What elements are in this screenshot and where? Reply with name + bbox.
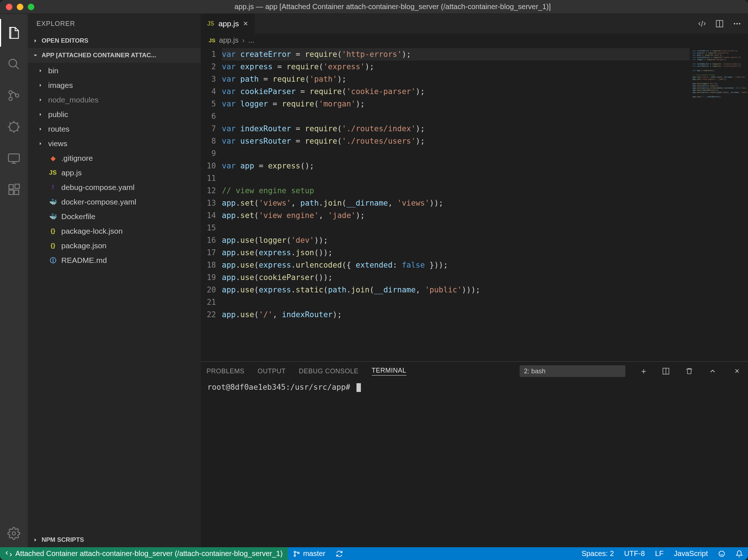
explorer-activity[interactable] bbox=[0, 19, 28, 47]
chevron-right-icon bbox=[32, 38, 39, 44]
file-label: README.md bbox=[61, 256, 107, 265]
folder-label: views bbox=[48, 139, 68, 148]
debug-console-tab[interactable]: DEBUG CONSOLE bbox=[299, 368, 359, 375]
terminal-prompt: root@8df0ae1eb345:/usr/src/app# bbox=[207, 383, 350, 392]
kill-terminal-icon[interactable] bbox=[685, 367, 695, 375]
encoding-status[interactable]: UTF-8 bbox=[619, 547, 650, 560]
minimize-window-button[interactable] bbox=[17, 4, 23, 10]
file-package-json[interactable]: {}package.json bbox=[28, 238, 201, 253]
svg-rect-9 bbox=[15, 184, 19, 188]
npm-scripts-label: NPM SCRIPTS bbox=[42, 536, 84, 544]
compare-changes-icon[interactable] bbox=[698, 19, 706, 28]
source-control-activity[interactable] bbox=[0, 82, 28, 109]
svg-rect-5 bbox=[8, 154, 19, 162]
file--gitignore[interactable]: ◆.gitignore bbox=[28, 151, 201, 166]
bottom-panel: PROBLEMS OUTPUT DEBUG CONSOLE TERMINAL 2… bbox=[201, 361, 748, 547]
folder-node_modules[interactable]: node_modules bbox=[28, 93, 201, 107]
file-label: package-lock.json bbox=[61, 227, 123, 236]
sidebar-title: EXPLORER bbox=[28, 14, 201, 34]
line-gutter: 12345678910111213141516171819202122 bbox=[201, 47, 222, 361]
svg-rect-6 bbox=[9, 185, 14, 189]
file-label: debug-compose.yaml bbox=[61, 183, 135, 192]
project-section[interactable]: APP [ATTACHED CONTAINER ATTAC... bbox=[28, 48, 201, 63]
folder-images[interactable]: images bbox=[28, 78, 201, 93]
svg-point-2 bbox=[9, 97, 12, 101]
maximize-window-button[interactable] bbox=[28, 4, 34, 10]
problems-tab[interactable]: PROBLEMS bbox=[207, 368, 244, 375]
tab-app-js[interactable]: JS app.js × bbox=[201, 14, 255, 34]
output-tab[interactable]: OUTPUT bbox=[258, 368, 286, 375]
svg-rect-7 bbox=[9, 190, 14, 195]
editor-body[interactable]: 12345678910111213141516171819202122 var … bbox=[201, 47, 748, 361]
minimap[interactable]: var createError = require('http-errors')… bbox=[690, 47, 748, 361]
open-editors-label: OPEN EDITORS bbox=[42, 37, 88, 44]
folder-bin[interactable]: bin bbox=[28, 63, 201, 78]
language-status[interactable]: JavaScript bbox=[669, 547, 713, 560]
svg-rect-8 bbox=[15, 190, 19, 195]
breadcrumb[interactable]: JS app.js › ... bbox=[201, 34, 748, 47]
chevron-right-icon bbox=[36, 126, 45, 132]
window-title: app.js — app [Attached Container attach-… bbox=[43, 3, 742, 11]
terminal-selector[interactable]: 2: bash bbox=[520, 365, 625, 377]
eol-status[interactable]: LF bbox=[650, 547, 668, 560]
folder-label: public bbox=[48, 110, 68, 119]
activity-bar bbox=[0, 14, 28, 547]
file-icon: ⓘ bbox=[48, 256, 58, 265]
file-icon: 🐳 bbox=[48, 198, 58, 206]
tabs-row: JS app.js × bbox=[201, 14, 748, 34]
maximize-panel-icon[interactable] bbox=[709, 367, 719, 375]
remote-explorer-activity[interactable] bbox=[0, 144, 28, 172]
panel-tabs: PROBLEMS OUTPUT DEBUG CONSOLE TERMINAL 2… bbox=[201, 362, 748, 381]
branch-label: master bbox=[303, 549, 325, 558]
folder-label: images bbox=[48, 81, 73, 90]
git-branch-status[interactable]: master bbox=[288, 547, 331, 560]
split-terminal-icon[interactable] bbox=[662, 367, 672, 375]
sync-status[interactable] bbox=[331, 547, 348, 560]
folder-label: routes bbox=[48, 125, 69, 133]
file-package-lock-json[interactable]: {}package-lock.json bbox=[28, 224, 201, 238]
npm-scripts-section[interactable]: NPM SCRIPTS bbox=[28, 533, 201, 547]
terminal-cursor bbox=[356, 383, 361, 392]
file-app-js[interactable]: JSapp.js bbox=[28, 166, 201, 180]
file-docker-compose-yaml[interactable]: 🐳docker-compose.yaml bbox=[28, 195, 201, 209]
open-editors-section[interactable]: OPEN EDITORS bbox=[28, 34, 201, 48]
more-actions-icon[interactable] bbox=[733, 19, 741, 28]
file-debug-compose-yaml[interactable]: !debug-compose.yaml bbox=[28, 180, 201, 195]
close-panel-icon[interactable]: × bbox=[732, 366, 742, 376]
file-label: docker-compose.yaml bbox=[61, 198, 136, 206]
svg-point-3 bbox=[16, 94, 19, 97]
file-README-md[interactable]: ⓘREADME.md bbox=[28, 253, 201, 268]
indent-status[interactable]: Spaces: 2 bbox=[577, 547, 619, 560]
new-terminal-icon[interactable]: ＋ bbox=[639, 366, 649, 377]
settings-activity[interactable] bbox=[0, 520, 28, 547]
close-tab-icon[interactable]: × bbox=[243, 19, 248, 28]
svg-point-0 bbox=[9, 59, 17, 67]
feedback-icon[interactable] bbox=[713, 547, 730, 560]
title-bar: app.js — app [Attached Container attach-… bbox=[0, 0, 748, 14]
project-label: APP [ATTACHED CONTAINER ATTAC... bbox=[42, 52, 196, 59]
file-label: app.js bbox=[61, 168, 82, 177]
chevron-down-icon bbox=[32, 52, 39, 59]
close-window-button[interactable] bbox=[6, 4, 12, 10]
code-content[interactable]: var createError = require('http-errors')… bbox=[222, 47, 690, 361]
remote-status-label: Attached Container attach-container-blog… bbox=[15, 549, 283, 558]
svg-point-16 bbox=[294, 551, 296, 552]
folder-views[interactable]: views bbox=[28, 136, 201, 151]
js-file-icon: JS bbox=[207, 20, 214, 27]
file-icon: ◆ bbox=[48, 155, 58, 162]
search-activity[interactable] bbox=[0, 50, 28, 78]
terminal-body[interactable]: root@8df0ae1eb345:/usr/src/app# bbox=[201, 381, 748, 547]
file-label: Dockerfile bbox=[61, 212, 95, 221]
folder-public[interactable]: public bbox=[28, 107, 201, 122]
chevron-right-icon bbox=[36, 141, 45, 147]
file-Dockerfile[interactable]: 🐳Dockerfile bbox=[28, 209, 201, 224]
terminal-tab[interactable]: TERMINAL bbox=[372, 367, 406, 376]
sidebar: EXPLORER OPEN EDITORS APP [ATTACHED CONT… bbox=[28, 14, 201, 547]
remote-status[interactable]: Attached Container attach-container-blog… bbox=[0, 547, 288, 560]
debug-activity[interactable] bbox=[0, 113, 28, 141]
split-editor-icon[interactable] bbox=[715, 19, 724, 28]
folder-label: bin bbox=[48, 66, 58, 75]
extensions-activity[interactable] bbox=[0, 176, 28, 203]
folder-routes[interactable]: routes bbox=[28, 122, 201, 136]
notifications-icon[interactable] bbox=[730, 547, 748, 560]
